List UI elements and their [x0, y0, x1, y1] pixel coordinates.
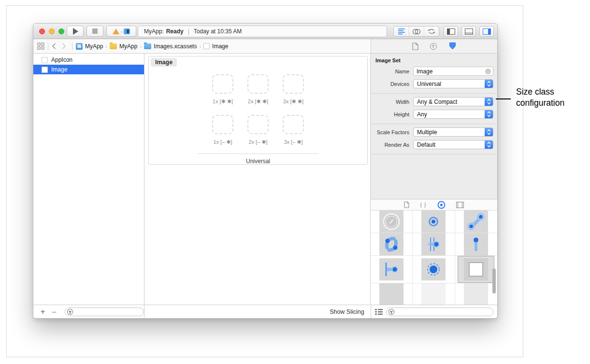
- jump-bar: MyApp › MyApp › Images.xcassets › Image …: [33, 39, 497, 54]
- run-button[interactable]: [67, 26, 84, 37]
- asset-list-sidebar: AppIcon Image: [33, 54, 144, 305]
- image-well[interactable]: [283, 74, 304, 94]
- slot-3x-compact[interactable]: 3x [– ✱]: [283, 115, 304, 145]
- devices-popup[interactable]: Universal: [413, 79, 493, 88]
- library-row: [371, 210, 497, 233]
- slot-2x-any[interactable]: 2x [✱ ✱]: [247, 74, 269, 105]
- sidebar-item-appicon[interactable]: AppIcon: [33, 55, 144, 65]
- related-items-icon[interactable]: [37, 42, 44, 50]
- device-destination-icon: [124, 28, 130, 34]
- go-forward-icon[interactable]: [62, 43, 69, 49]
- library-item-cutoff[interactable]: [413, 283, 455, 305]
- image-well[interactable]: [212, 115, 233, 134]
- show-slicing-button[interactable]: Show Slicing: [330, 308, 364, 315]
- library-item-compass[interactable]: [371, 210, 413, 233]
- slot-label: 3x [– ✱]: [284, 139, 302, 145]
- slot-1x-compact[interactable]: 1x [– ✱]: [212, 115, 233, 145]
- field-label: Name: [371, 69, 413, 74]
- popup-value: Any: [414, 111, 485, 118]
- object-library-icon[interactable]: [437, 201, 446, 209]
- popup-chevrons-icon: [485, 110, 493, 119]
- status-app-name: MyApp:: [144, 28, 164, 35]
- divider: [48, 42, 48, 50]
- attributes-inspector-icon[interactable]: [448, 42, 457, 50]
- main-content: AppIcon Image Image 1x [✱ ✱] 2x [✱ ✱] 3x…: [33, 54, 497, 305]
- toggle-navigator-button[interactable]: [444, 26, 458, 37]
- add-asset-button[interactable]: +: [38, 308, 47, 316]
- field-label: Devices: [371, 81, 413, 87]
- go-back-icon[interactable]: [52, 43, 58, 49]
- zoom-window-button[interactable]: [58, 28, 64, 34]
- toggle-utilities-button[interactable]: [479, 26, 494, 37]
- library-item-dumbbell[interactable]: [455, 210, 497, 233]
- white-square-thumbnail-icon: [464, 258, 488, 280]
- library-filter-field[interactable]: [386, 308, 493, 316]
- list-view-toggle-icon[interactable]: [375, 308, 383, 315]
- breadcrumb-separator: ›: [140, 43, 142, 49]
- library-row: [371, 283, 497, 305]
- file-template-library-icon[interactable]: [404, 201, 409, 208]
- file-inspector-icon[interactable]: [412, 42, 418, 50]
- image-set-icon: [203, 43, 210, 49]
- asset-editor: Image 1x [✱ ✱] 2x [✱ ✱] 3x [✱ ✱] 1x [– ✱…: [144, 54, 371, 305]
- editor-mode-control: [393, 26, 439, 37]
- height-row: Height Any: [371, 110, 493, 119]
- library-item-ring-dot[interactable]: [413, 210, 455, 233]
- group-divider: [198, 154, 318, 154]
- render-as-popup[interactable]: Default: [413, 140, 493, 149]
- toggle-debug-area-button[interactable]: [461, 26, 476, 37]
- popup-value: Universal: [414, 81, 485, 87]
- width-popup[interactable]: Any & Compact: [413, 97, 493, 106]
- t-bar-dot-thumbnail-icon: [379, 258, 403, 280]
- image-well[interactable]: [283, 115, 304, 134]
- name-field[interactable]: Image →: [413, 67, 493, 76]
- breadcrumb-project[interactable]: MyApp: [85, 43, 103, 50]
- library-item-cutoff[interactable]: [371, 283, 413, 305]
- section-divider: [371, 124, 497, 124]
- scale-factors-popup[interactable]: Multiple: [413, 127, 493, 137]
- library-item-dashed-dot[interactable]: [413, 256, 455, 283]
- library-item-t-bar-dot[interactable]: [371, 256, 413, 283]
- image-well[interactable]: [212, 74, 233, 94]
- stop-button[interactable]: [86, 26, 103, 37]
- slot-3x-any[interactable]: 3x [✱ ✱]: [283, 74, 304, 105]
- idiom-group-label: Universal: [246, 158, 270, 165]
- breadcrumb-group[interactable]: MyApp: [119, 43, 137, 50]
- popup-chevrons-icon: [485, 79, 493, 88]
- minimize-window-button[interactable]: [49, 28, 55, 34]
- slot-row-any-any: 1x [✱ ✱] 2x [✱ ✱] 3x [✱ ✱]: [212, 74, 304, 105]
- quick-help-inspector-icon[interactable]: ?: [430, 43, 437, 50]
- media-library-icon[interactable]: [456, 202, 464, 208]
- app-scheme-icon: [113, 28, 119, 34]
- assistant-editor-button[interactable]: [409, 27, 424, 36]
- sidebar-filter-field[interactable]: [65, 308, 144, 316]
- breadcrumb-imageset[interactable]: Image: [212, 43, 228, 50]
- code-snippet-library-icon[interactable]: { }: [420, 202, 426, 208]
- library-item-white-square-selected[interactable]: [455, 256, 497, 283]
- sidebar-bottom-bar: + –: [33, 305, 144, 318]
- library-item-pin[interactable]: [455, 233, 497, 255]
- library-item-lines-dot[interactable]: [413, 233, 455, 255]
- workspace-view-controls: [444, 26, 494, 37]
- scale-factors-row: Scale Factors Multiple: [371, 127, 493, 137]
- popup-chevrons-icon: [485, 97, 493, 106]
- attributes-inspector-panel: Image Set Name Image → Devices Universal…: [371, 54, 497, 305]
- breadcrumb-catalog[interactable]: Images.xcassets: [154, 43, 197, 50]
- height-popup[interactable]: Any: [413, 110, 493, 119]
- annotation-label: Size class configuration: [516, 86, 589, 109]
- slot-1x-any[interactable]: 1x [✱ ✱]: [212, 74, 233, 105]
- scheme-selector[interactable]: ›: [106, 26, 136, 37]
- library-scrollbar[interactable]: [492, 268, 496, 294]
- close-window-button[interactable]: [39, 28, 45, 34]
- standard-editor-button[interactable]: [394, 27, 409, 36]
- slot-2x-compact[interactable]: 2x [– ✱]: [247, 115, 269, 145]
- dumbbell-thumbnail-icon: [464, 210, 488, 233]
- library-item-swirl[interactable]: [371, 233, 413, 255]
- remove-asset-button[interactable]: –: [49, 308, 58, 316]
- version-editor-button[interactable]: [424, 27, 439, 36]
- sidebar-item-image[interactable]: Image: [33, 65, 144, 74]
- image-well[interactable]: [247, 74, 269, 94]
- jump-arrow-icon[interactable]: →: [485, 69, 491, 74]
- image-well[interactable]: [247, 115, 269, 134]
- library-item-cutoff[interactable]: [455, 283, 497, 305]
